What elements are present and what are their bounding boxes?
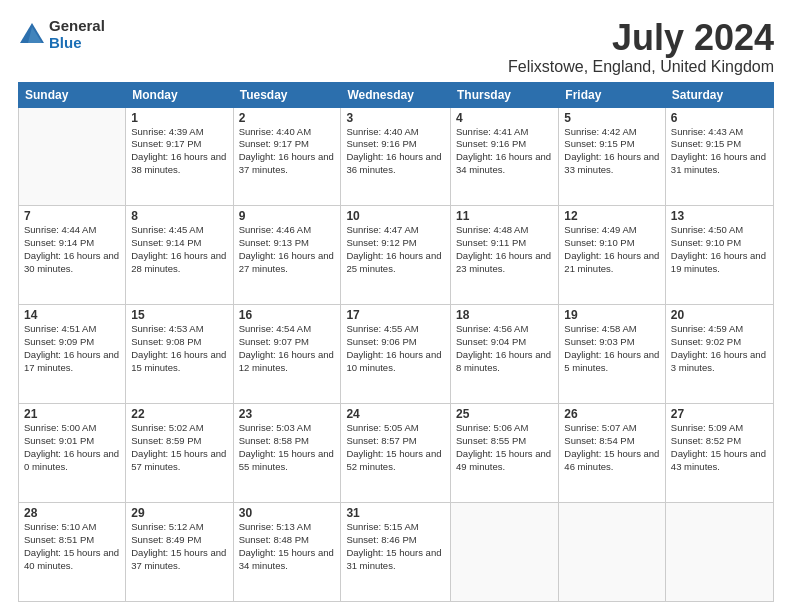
day-info: Sunrise: 4:58 AM Sunset: 9:03 PM Dayligh… [564, 323, 660, 374]
calendar-week-row: 14Sunrise: 4:51 AM Sunset: 9:09 PM Dayli… [19, 305, 774, 404]
day-number: 21 [24, 407, 120, 421]
table-row [559, 503, 666, 602]
day-info: Sunrise: 4:46 AM Sunset: 9:13 PM Dayligh… [239, 224, 336, 275]
day-info: Sunrise: 4:39 AM Sunset: 9:17 PM Dayligh… [131, 126, 227, 177]
logo-blue: Blue [49, 35, 105, 52]
header-monday: Monday [126, 82, 233, 107]
table-row: 11Sunrise: 4:48 AM Sunset: 9:11 PM Dayli… [451, 206, 559, 305]
day-info: Sunrise: 5:10 AM Sunset: 8:51 PM Dayligh… [24, 521, 120, 572]
table-row: 6Sunrise: 4:43 AM Sunset: 9:15 PM Daylig… [665, 107, 773, 206]
table-row: 14Sunrise: 4:51 AM Sunset: 9:09 PM Dayli… [19, 305, 126, 404]
table-row: 5Sunrise: 4:42 AM Sunset: 9:15 PM Daylig… [559, 107, 666, 206]
day-number: 20 [671, 308, 768, 322]
table-row: 12Sunrise: 4:49 AM Sunset: 9:10 PM Dayli… [559, 206, 666, 305]
day-number: 3 [346, 111, 445, 125]
day-info: Sunrise: 4:43 AM Sunset: 9:15 PM Dayligh… [671, 126, 768, 177]
table-row: 8Sunrise: 4:45 AM Sunset: 9:14 PM Daylig… [126, 206, 233, 305]
table-row: 23Sunrise: 5:03 AM Sunset: 8:58 PM Dayli… [233, 404, 341, 503]
day-info: Sunrise: 5:06 AM Sunset: 8:55 PM Dayligh… [456, 422, 553, 473]
day-number: 4 [456, 111, 553, 125]
logo-icon [18, 21, 46, 49]
day-info: Sunrise: 5:09 AM Sunset: 8:52 PM Dayligh… [671, 422, 768, 473]
day-info: Sunrise: 4:40 AM Sunset: 9:16 PM Dayligh… [346, 126, 445, 177]
table-row: 19Sunrise: 4:58 AM Sunset: 9:03 PM Dayli… [559, 305, 666, 404]
day-number: 19 [564, 308, 660, 322]
day-info: Sunrise: 5:15 AM Sunset: 8:46 PM Dayligh… [346, 521, 445, 572]
table-row: 30Sunrise: 5:13 AM Sunset: 8:48 PM Dayli… [233, 503, 341, 602]
title-block: July 2024 Felixstowe, England, United Ki… [508, 18, 774, 76]
table-row: 26Sunrise: 5:07 AM Sunset: 8:54 PM Dayli… [559, 404, 666, 503]
subtitle: Felixstowe, England, United Kingdom [508, 58, 774, 76]
table-row: 13Sunrise: 4:50 AM Sunset: 9:10 PM Dayli… [665, 206, 773, 305]
day-number: 5 [564, 111, 660, 125]
table-row: 22Sunrise: 5:02 AM Sunset: 8:59 PM Dayli… [126, 404, 233, 503]
day-number: 30 [239, 506, 336, 520]
day-number: 29 [131, 506, 227, 520]
day-number: 27 [671, 407, 768, 421]
table-row: 25Sunrise: 5:06 AM Sunset: 8:55 PM Dayli… [451, 404, 559, 503]
day-number: 13 [671, 209, 768, 223]
day-info: Sunrise: 5:12 AM Sunset: 8:49 PM Dayligh… [131, 521, 227, 572]
table-row: 24Sunrise: 5:05 AM Sunset: 8:57 PM Dayli… [341, 404, 451, 503]
day-info: Sunrise: 4:40 AM Sunset: 9:17 PM Dayligh… [239, 126, 336, 177]
day-number: 2 [239, 111, 336, 125]
day-info: Sunrise: 4:48 AM Sunset: 9:11 PM Dayligh… [456, 224, 553, 275]
day-number: 10 [346, 209, 445, 223]
day-info: Sunrise: 5:03 AM Sunset: 8:58 PM Dayligh… [239, 422, 336, 473]
table-row: 29Sunrise: 5:12 AM Sunset: 8:49 PM Dayli… [126, 503, 233, 602]
calendar-week-row: 7Sunrise: 4:44 AM Sunset: 9:14 PM Daylig… [19, 206, 774, 305]
day-number: 26 [564, 407, 660, 421]
table-row [19, 107, 126, 206]
day-info: Sunrise: 4:51 AM Sunset: 9:09 PM Dayligh… [24, 323, 120, 374]
table-row: 27Sunrise: 5:09 AM Sunset: 8:52 PM Dayli… [665, 404, 773, 503]
table-row: 4Sunrise: 4:41 AM Sunset: 9:16 PM Daylig… [451, 107, 559, 206]
header: General Blue July 2024 Felixstowe, Engla… [18, 18, 774, 76]
table-row [665, 503, 773, 602]
header-friday: Friday [559, 82, 666, 107]
day-number: 7 [24, 209, 120, 223]
table-row: 10Sunrise: 4:47 AM Sunset: 9:12 PM Dayli… [341, 206, 451, 305]
day-info: Sunrise: 5:13 AM Sunset: 8:48 PM Dayligh… [239, 521, 336, 572]
day-number: 17 [346, 308, 445, 322]
day-number: 8 [131, 209, 227, 223]
table-row: 2Sunrise: 4:40 AM Sunset: 9:17 PM Daylig… [233, 107, 341, 206]
day-number: 24 [346, 407, 445, 421]
calendar-week-row: 28Sunrise: 5:10 AM Sunset: 8:51 PM Dayli… [19, 503, 774, 602]
header-tuesday: Tuesday [233, 82, 341, 107]
logo-text: General Blue [49, 18, 105, 51]
table-row: 9Sunrise: 4:46 AM Sunset: 9:13 PM Daylig… [233, 206, 341, 305]
day-info: Sunrise: 4:56 AM Sunset: 9:04 PM Dayligh… [456, 323, 553, 374]
day-number: 28 [24, 506, 120, 520]
day-info: Sunrise: 4:53 AM Sunset: 9:08 PM Dayligh… [131, 323, 227, 374]
day-number: 16 [239, 308, 336, 322]
day-info: Sunrise: 4:55 AM Sunset: 9:06 PM Dayligh… [346, 323, 445, 374]
table-row [451, 503, 559, 602]
day-info: Sunrise: 4:50 AM Sunset: 9:10 PM Dayligh… [671, 224, 768, 275]
table-row: 17Sunrise: 4:55 AM Sunset: 9:06 PM Dayli… [341, 305, 451, 404]
table-row: 20Sunrise: 4:59 AM Sunset: 9:02 PM Dayli… [665, 305, 773, 404]
day-info: Sunrise: 5:02 AM Sunset: 8:59 PM Dayligh… [131, 422, 227, 473]
table-row: 21Sunrise: 5:00 AM Sunset: 9:01 PM Dayli… [19, 404, 126, 503]
header-sunday: Sunday [19, 82, 126, 107]
day-info: Sunrise: 4:54 AM Sunset: 9:07 PM Dayligh… [239, 323, 336, 374]
table-row: 18Sunrise: 4:56 AM Sunset: 9:04 PM Dayli… [451, 305, 559, 404]
table-row: 15Sunrise: 4:53 AM Sunset: 9:08 PM Dayli… [126, 305, 233, 404]
table-row: 16Sunrise: 4:54 AM Sunset: 9:07 PM Dayli… [233, 305, 341, 404]
main-title: July 2024 [508, 18, 774, 58]
day-info: Sunrise: 4:42 AM Sunset: 9:15 PM Dayligh… [564, 126, 660, 177]
header-saturday: Saturday [665, 82, 773, 107]
table-row: 7Sunrise: 4:44 AM Sunset: 9:14 PM Daylig… [19, 206, 126, 305]
day-number: 1 [131, 111, 227, 125]
logo: General Blue [18, 18, 105, 51]
day-info: Sunrise: 4:47 AM Sunset: 9:12 PM Dayligh… [346, 224, 445, 275]
day-number: 11 [456, 209, 553, 223]
day-info: Sunrise: 4:49 AM Sunset: 9:10 PM Dayligh… [564, 224, 660, 275]
calendar-header-row: Sunday Monday Tuesday Wednesday Thursday… [19, 82, 774, 107]
day-info: Sunrise: 5:05 AM Sunset: 8:57 PM Dayligh… [346, 422, 445, 473]
day-number: 15 [131, 308, 227, 322]
day-number: 22 [131, 407, 227, 421]
day-number: 31 [346, 506, 445, 520]
header-wednesday: Wednesday [341, 82, 451, 107]
day-info: Sunrise: 4:44 AM Sunset: 9:14 PM Dayligh… [24, 224, 120, 275]
day-number: 18 [456, 308, 553, 322]
